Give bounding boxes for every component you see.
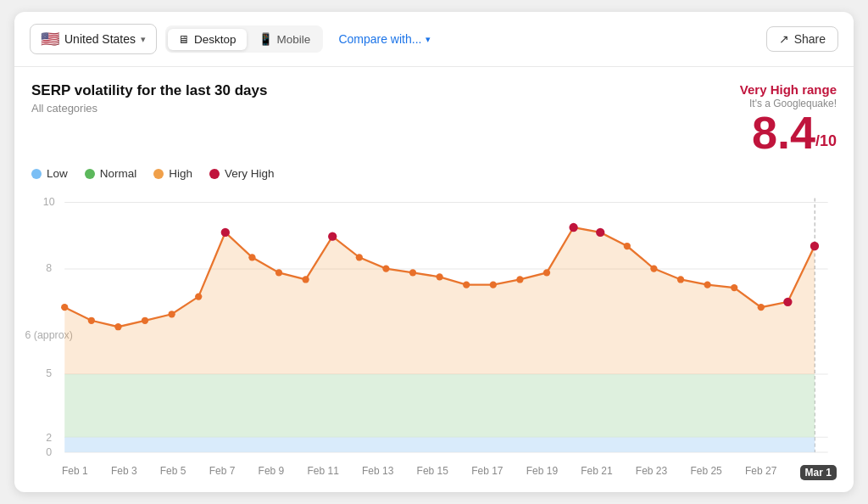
data-point bbox=[650, 265, 657, 272]
high-dot bbox=[153, 169, 164, 179]
normal-label: Normal bbox=[100, 167, 137, 180]
share-icon: ↗ bbox=[779, 32, 789, 46]
data-point bbox=[275, 269, 282, 276]
x-label-feb25: Feb 25 bbox=[690, 465, 721, 480]
x-label-feb5: Feb 5 bbox=[160, 465, 186, 480]
chart-header: SERP volatility for the last 30 days All… bbox=[14, 67, 854, 162]
x-label-feb3: Feb 3 bbox=[111, 465, 137, 480]
data-point bbox=[142, 317, 148, 324]
low-label: Low bbox=[47, 167, 68, 180]
share-button[interactable]: ↗ Share bbox=[766, 26, 838, 52]
data-point bbox=[731, 284, 737, 291]
desktop-icon: 🖥 bbox=[178, 33, 190, 46]
x-label-feb27: Feb 27 bbox=[745, 465, 776, 480]
data-point bbox=[596, 228, 604, 237]
low-dot bbox=[31, 169, 42, 179]
data-point bbox=[783, 298, 792, 306]
svg-text:2: 2 bbox=[46, 433, 52, 445]
data-point bbox=[810, 242, 819, 250]
svg-text:8: 8 bbox=[46, 262, 52, 274]
data-point bbox=[302, 276, 309, 283]
data-point bbox=[248, 254, 255, 260]
x-label-feb15: Feb 15 bbox=[417, 465, 448, 480]
mobile-label: Mobile bbox=[277, 33, 311, 46]
volatility-range-label: Very High range bbox=[740, 82, 837, 97]
data-point bbox=[758, 304, 765, 311]
data-point bbox=[436, 273, 442, 280]
legend-normal: Normal bbox=[85, 167, 137, 180]
svg-rect-12 bbox=[64, 437, 815, 452]
data-point bbox=[624, 243, 631, 249]
legend-very-high: Very High bbox=[209, 167, 275, 180]
data-point bbox=[677, 276, 684, 283]
chart-title: SERP volatility for the last 30 days bbox=[31, 82, 267, 99]
chart-title-area: SERP volatility for the last 30 days All… bbox=[31, 82, 267, 115]
mobile-button[interactable]: 📱 Mobile bbox=[248, 28, 321, 50]
toolbar: 🇺🇸 United States ▾ 🖥 Desktop 📱 Mobile Co… bbox=[14, 12, 854, 67]
svg-text:10: 10 bbox=[43, 196, 55, 208]
data-point bbox=[169, 311, 175, 317]
volatility-score-area: Very High range It's a Googlequake! 8.4 … bbox=[740, 82, 837, 155]
data-point bbox=[382, 265, 389, 272]
very-high-label: Very High bbox=[225, 167, 275, 180]
chart-area: 10 8 6 (approx) 5 2 0 bbox=[14, 180, 854, 460]
x-axis-labels: Feb 1 Feb 3 Feb 5 Feb 7 Feb 9 Feb 11 Feb… bbox=[14, 460, 854, 492]
x-label-mar1: Mar 1 bbox=[800, 465, 837, 480]
data-point bbox=[221, 228, 230, 237]
compare-chevron-icon: ▾ bbox=[426, 34, 431, 45]
data-point bbox=[328, 232, 337, 241]
x-label-feb11: Feb 11 bbox=[307, 465, 338, 480]
share-label: Share bbox=[794, 32, 826, 46]
data-point bbox=[88, 317, 95, 324]
legend-high: High bbox=[153, 167, 192, 180]
score-number: 8.4 bbox=[752, 109, 815, 155]
x-label-feb19: Feb 19 bbox=[526, 465, 558, 480]
x-label-feb1: Feb 1 bbox=[62, 465, 88, 480]
x-label-feb21: Feb 21 bbox=[581, 465, 612, 480]
data-point bbox=[490, 282, 497, 288]
chart-subtitle: All categories bbox=[31, 102, 267, 115]
svg-text:0: 0 bbox=[46, 446, 52, 458]
x-label-feb13: Feb 13 bbox=[362, 465, 393, 480]
very-high-dot bbox=[209, 169, 220, 179]
data-point bbox=[61, 304, 68, 311]
data-point bbox=[463, 282, 470, 288]
main-chart-svg: 10 8 6 (approx) 5 2 0 bbox=[31, 185, 837, 456]
score-row: 8.4 /10 bbox=[752, 109, 837, 155]
chevron-down-icon: ▾ bbox=[141, 34, 146, 45]
legend-low: Low bbox=[31, 167, 68, 180]
svg-rect-13 bbox=[64, 374, 815, 437]
main-card: 🇺🇸 United States ▾ 🖥 Desktop 📱 Mobile Co… bbox=[14, 12, 854, 492]
device-group: 🖥 Desktop 📱 Mobile bbox=[165, 25, 323, 53]
compare-label: Compare with... bbox=[338, 32, 421, 46]
x-label-feb17: Feb 17 bbox=[471, 465, 503, 480]
x-label-feb7: Feb 7 bbox=[209, 465, 236, 480]
country-flag: 🇺🇸 bbox=[41, 30, 59, 48]
x-label-feb23: Feb 23 bbox=[636, 465, 667, 480]
compare-button[interactable]: Compare with... ▾ bbox=[331, 27, 437, 51]
score-denom: /10 bbox=[815, 132, 837, 150]
mobile-icon: 📱 bbox=[259, 32, 273, 46]
data-point bbox=[195, 293, 202, 300]
data-point bbox=[704, 282, 710, 288]
data-point bbox=[356, 254, 363, 260]
chart-fill-area bbox=[64, 227, 815, 374]
svg-text:5: 5 bbox=[46, 367, 52, 379]
country-label: United States bbox=[64, 32, 136, 46]
desktop-button[interactable]: 🖥 Desktop bbox=[168, 29, 247, 50]
data-point bbox=[569, 223, 577, 232]
data-point bbox=[516, 276, 523, 283]
data-point bbox=[543, 269, 550, 276]
x-label-feb9: Feb 9 bbox=[259, 465, 285, 480]
country-selector[interactable]: 🇺🇸 United States ▾ bbox=[30, 24, 157, 54]
data-point bbox=[114, 323, 121, 330]
legend: Low Normal High Very High bbox=[14, 162, 854, 180]
desktop-label: Desktop bbox=[194, 33, 236, 46]
normal-dot bbox=[85, 169, 95, 179]
high-label: High bbox=[169, 167, 192, 180]
data-point bbox=[409, 269, 416, 276]
